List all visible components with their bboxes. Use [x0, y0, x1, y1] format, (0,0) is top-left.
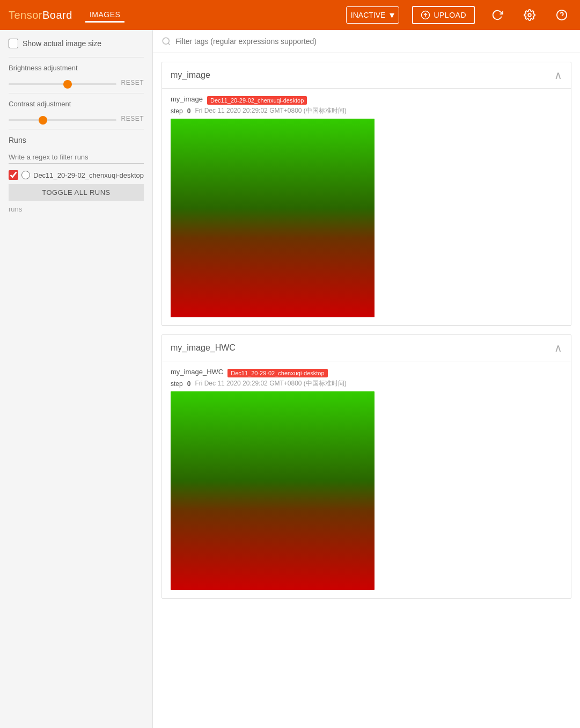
filter-input[interactable] — [175, 37, 571, 46]
runs-footer-label: runs — [9, 205, 144, 213]
my-image-title: my_image — [171, 95, 203, 103]
show-actual-size-checkbox[interactable] — [9, 39, 18, 48]
search-icon — [161, 37, 171, 46]
brightness-slider[interactable] — [9, 83, 116, 85]
my-image-step-label: step — [171, 107, 183, 115]
toggle-all-runs-button[interactable]: TOGGLE ALL RUNS — [9, 184, 144, 201]
my-image-hwc-title: my_image_HWC — [171, 368, 223, 376]
refresh-icon — [491, 9, 503, 21]
my-image-step-row: step 0 Fri Dec 11 2020 20:29:02 GMT+0800… — [171, 106, 562, 115]
show-actual-size-label: Show actual image size — [23, 39, 101, 48]
sidebar: Show actual image size Brightness adjust… — [0, 30, 153, 728]
logo: TensorBoard — [9, 9, 72, 21]
my-image-hwc-step-row: step 0 Fri Dec 11 2020 20:29:02 GMT+0800… — [171, 379, 562, 388]
run-item: Dec11_20-29-02_chenxuqi-desktop — [9, 170, 144, 180]
brightness-reset-button[interactable]: RESET — [121, 79, 144, 86]
refresh-button[interactable] — [488, 5, 507, 25]
brightness-slider-container — [9, 78, 116, 86]
svg-point-5 — [163, 38, 169, 44]
gear-icon — [524, 9, 535, 21]
contrast-label: Contrast adjustment — [9, 100, 144, 108]
upload-button[interactable]: UPLOAD — [412, 6, 475, 24]
help-icon — [556, 9, 568, 21]
collapse-my-image-icon[interactable]: ∧ — [554, 69, 562, 82]
nav-images[interactable]: IMAGES — [85, 8, 124, 23]
runs-filter-input[interactable] — [9, 151, 144, 164]
runs-section: Runs Dec11_20-29-02_chenxuqi-desktop TOG… — [9, 136, 144, 213]
collapse-my-image-hwc-icon[interactable]: ∧ — [554, 341, 562, 354]
run-name: Dec11_20-29-02_chenxuqi-desktop — [33, 171, 144, 179]
section-my-image-hwc-header: my_image_HWC ∧ — [162, 335, 571, 361]
main-content: my_image ∧ my_image Dec11_20-29-02_chenx… — [153, 30, 580, 728]
contrast-slider-container — [9, 114, 116, 122]
upload-icon — [421, 10, 430, 20]
svg-rect-8 — [171, 391, 375, 590]
my-image-date: Fri Dec 11 2020 20:29:02 GMT+0800 (中国标准时… — [195, 106, 346, 115]
inactive-label: INACTIVE — [351, 11, 386, 19]
section-my-image-hwc: my_image_HWC ∧ my_image_HWC Dec11_20-29-… — [161, 334, 571, 599]
my-image-hwc-run-badge: Dec11_20-29-02_chenxuqi-desktop — [227, 369, 327, 377]
my-image-canvas — [171, 119, 375, 317]
my-image-hwc-canvas — [171, 391, 375, 590]
svg-point-2 — [528, 13, 531, 17]
my-image-hwc-date: Fri Dec 11 2020 20:29:02 GMT+0800 (中国标准时… — [195, 379, 346, 388]
section-my-image-header: my_image ∧ — [162, 62, 571, 89]
upload-label: UPLOAD — [434, 11, 466, 19]
settings-button[interactable] — [520, 5, 539, 25]
header: TensorBoard IMAGES INACTIVE ▾ UPLOAD — [0, 0, 580, 30]
brightness-section: Brightness adjustment RESET — [9, 64, 144, 86]
contrast-slider[interactable] — [9, 119, 116, 121]
section-my-image-title: my_image — [171, 70, 210, 80]
divider-1 — [9, 57, 144, 57]
show-actual-size-row: Show actual image size — [9, 39, 144, 48]
divider-3 — [9, 129, 144, 129]
layout: Show actual image size Brightness adjust… — [0, 30, 580, 728]
contrast-reset-button[interactable]: RESET — [121, 115, 144, 122]
svg-line-6 — [168, 43, 170, 45]
svg-rect-7 — [171, 119, 375, 317]
contrast-section: Contrast adjustment RESET — [9, 100, 144, 122]
my-image-hwc-panel: my_image_HWC Dec11_20-29-02_chenxuqi-des… — [162, 361, 571, 598]
my-image-panel: my_image Dec11_20-29-02_chenxuqi-desktop… — [162, 89, 571, 325]
my-image-run-badge: Dec11_20-29-02_chenxuqi-desktop — [207, 96, 307, 105]
filter-bar — [153, 30, 580, 53]
chevron-down-icon: ▾ — [390, 9, 394, 21]
run-radio[interactable] — [21, 171, 30, 179]
my-image-hwc-step-num: 0 — [187, 380, 191, 388]
runs-label: Runs — [9, 136, 144, 144]
brightness-label: Brightness adjustment — [9, 64, 144, 72]
section-my-image: my_image ∧ my_image Dec11_20-29-02_chenx… — [161, 62, 571, 326]
my-image-hwc-step-label: step — [171, 380, 183, 388]
help-button[interactable] — [552, 5, 571, 25]
divider-2 — [9, 93, 144, 93]
my-image-step-num: 0 — [187, 107, 191, 115]
run-checkbox[interactable] — [9, 170, 18, 180]
inactive-dropdown[interactable]: INACTIVE ▾ — [346, 6, 400, 24]
section-my-image-hwc-title: my_image_HWC — [171, 343, 236, 353]
